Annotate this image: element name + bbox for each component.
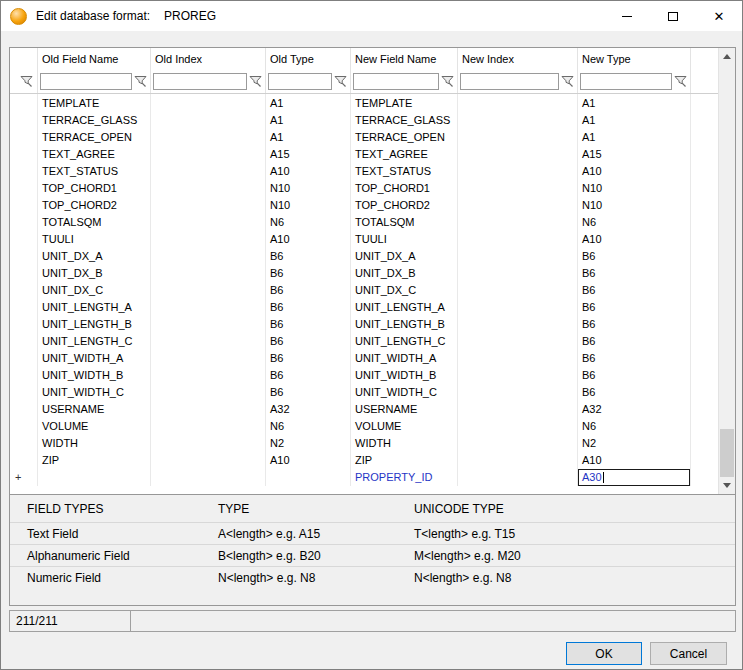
maximize-button[interactable]	[650, 1, 696, 31]
table-row[interactable]: TEXT_AGREE A15 TEXT_AGREE A15	[10, 145, 718, 162]
cell-new-index[interactable]	[458, 366, 578, 383]
cell-old-type[interactable]: N10	[266, 179, 351, 196]
table-row[interactable]: WIDTH N2 WIDTH N2	[10, 434, 718, 451]
cell-new-type[interactable]: B6	[578, 366, 691, 383]
cell-new-index[interactable]	[458, 264, 578, 281]
cell-old-type[interactable]: A32	[266, 400, 351, 417]
header-old-type[interactable]: Old Type	[266, 48, 351, 70]
cell-old-type[interactable]: B6	[266, 298, 351, 315]
cell-new-field-name[interactable]: UNIT_WIDTH_B	[351, 366, 458, 383]
header-new-index[interactable]: New Index	[458, 48, 578, 70]
filter-funnel-icon[interactable]	[673, 74, 688, 89]
cell-old-field-name[interactable]: WIDTH	[38, 434, 151, 451]
table-row[interactable]: TERRACE_OPEN A1 TERRACE_OPEN A1	[10, 128, 718, 145]
cell-new-index[interactable]	[458, 213, 578, 230]
cell-old-index[interactable]	[151, 332, 266, 349]
table-row[interactable]: TOP_CHORD1 N10 TOP_CHORD1 N10	[10, 179, 718, 196]
filter-new-field-name-input[interactable]	[353, 73, 439, 90]
cell-old-type[interactable]: B6	[266, 315, 351, 332]
filter-funnel-icon[interactable]	[333, 74, 348, 89]
cell-old-type[interactable]: B6	[266, 366, 351, 383]
cell-new-type[interactable]: B6	[578, 349, 691, 366]
cell-new-type[interactable]: B6	[578, 383, 691, 400]
table-row[interactable]: UNIT_LENGTH_C B6 UNIT_LENGTH_C B6	[10, 332, 718, 349]
row-selector[interactable]	[10, 434, 38, 451]
cell-new-index[interactable]	[458, 179, 578, 196]
scroll-up-button[interactable]	[719, 48, 735, 65]
cell-new-index[interactable]	[458, 111, 578, 128]
cell-old-index[interactable]	[151, 247, 266, 264]
table-row[interactable]: TEMPLATE A1 TEMPLATE A1	[10, 94, 718, 111]
cell-new-type[interactable]: A15	[578, 145, 691, 162]
cell-old-type[interactable]: N2	[266, 434, 351, 451]
table-row[interactable]: UNIT_WIDTH_B B6 UNIT_WIDTH_B B6	[10, 366, 718, 383]
cell-old-type[interactable]: B6	[266, 247, 351, 264]
cell-new-field-name[interactable]: UNIT_LENGTH_A	[351, 298, 458, 315]
cell-old-index[interactable]	[151, 213, 266, 230]
header-old-field-name[interactable]: Old Field Name	[38, 48, 151, 70]
cell-new-field-name[interactable]: UNIT_LENGTH_B	[351, 315, 458, 332]
cell-new-type[interactable]: N2	[578, 434, 691, 451]
cell-old-field-name[interactable]: TOP_CHORD1	[38, 179, 151, 196]
row-selector[interactable]	[10, 196, 38, 213]
cell-old-index[interactable]	[151, 400, 266, 417]
cell-new-index[interactable]	[458, 332, 578, 349]
table-row[interactable]: UNIT_LENGTH_A B6 UNIT_LENGTH_A B6	[10, 298, 718, 315]
row-selector[interactable]	[10, 332, 38, 349]
filter-new-index-input[interactable]	[460, 73, 559, 90]
cell-new-index[interactable]	[458, 468, 578, 486]
header-new-type[interactable]: New Type	[578, 48, 691, 70]
cell-old-index[interactable]	[151, 349, 266, 366]
row-selector[interactable]	[10, 111, 38, 128]
cell-new-type[interactable]: B6	[578, 264, 691, 281]
cell-old-field-name[interactable]: UNIT_WIDTH_A	[38, 349, 151, 366]
row-selector[interactable]	[10, 366, 38, 383]
table-row[interactable]: UNIT_DX_A B6 UNIT_DX_A B6	[10, 247, 718, 264]
cell-old-field-name[interactable]: ZIP	[38, 451, 151, 468]
cell-old-index[interactable]	[151, 366, 266, 383]
cell-old-index[interactable]	[151, 94, 266, 111]
cell-new-type[interactable]: B6	[578, 298, 691, 315]
row-selector[interactable]	[10, 281, 38, 298]
cell-old-field-name[interactable]: UNIT_WIDTH_B	[38, 366, 151, 383]
cell-old-index[interactable]	[151, 162, 266, 179]
cell-old-type[interactable]: N6	[266, 213, 351, 230]
row-selector[interactable]	[10, 383, 38, 400]
cell-old-type[interactable]: A10	[266, 230, 351, 247]
filter-old-field-name-input[interactable]	[40, 73, 132, 90]
cell-old-index[interactable]	[151, 196, 266, 213]
cell-old-index[interactable]	[151, 434, 266, 451]
row-selector[interactable]	[10, 247, 38, 264]
cell-new-type[interactable]: B6	[578, 281, 691, 298]
header-new-field-name[interactable]: New Field Name	[351, 48, 458, 70]
cell-old-field-name[interactable]: UNIT_DX_A	[38, 247, 151, 264]
cell-old-type[interactable]: B6	[266, 383, 351, 400]
cell-new-field-name[interactable]: ZIP	[351, 451, 458, 468]
table-row[interactable]: TUULI A10 TUULI A10	[10, 230, 718, 247]
cell-new-type[interactable]: A10	[578, 162, 691, 179]
cell-old-field-name[interactable]: UNIT_WIDTH_C	[38, 383, 151, 400]
cell-old-type[interactable]: A15	[266, 145, 351, 162]
row-selector[interactable]	[10, 128, 38, 145]
cell-new-index[interactable]	[458, 94, 578, 111]
cell-new-field-name[interactable]: UNIT_DX_B	[351, 264, 458, 281]
cell-new-field-name[interactable]: TUULI	[351, 230, 458, 247]
cell-old-type[interactable]: B6	[266, 349, 351, 366]
cancel-button[interactable]: Cancel	[650, 642, 727, 665]
cell-old-field-name[interactable]: UNIT_LENGTH_C	[38, 332, 151, 349]
close-button[interactable]: ✕	[696, 1, 742, 31]
cell-new-type[interactable]: A32	[578, 400, 691, 417]
filter-funnel-icon[interactable]	[440, 74, 455, 89]
cell-old-index[interactable]	[151, 451, 266, 468]
cell-old-index[interactable]	[151, 264, 266, 281]
cell-new-index[interactable]	[458, 434, 578, 451]
cell-old-type[interactable]: A1	[266, 94, 351, 111]
cell-old-field-name[interactable]: TEXT_STATUS	[38, 162, 151, 179]
table-row[interactable]: ZIP A10 ZIP A10	[10, 451, 718, 468]
scroll-down-button[interactable]	[719, 477, 735, 494]
filter-old-type-input[interactable]	[268, 73, 332, 90]
cell-new-field-name[interactable]: TEMPLATE	[351, 94, 458, 111]
cell-new-field-name[interactable]: VOLUME	[351, 417, 458, 434]
grid-new-row[interactable]: + PROPERTY_ID A30	[10, 468, 718, 486]
cell-new-field-name[interactable]: TERRACE_GLASS	[351, 111, 458, 128]
